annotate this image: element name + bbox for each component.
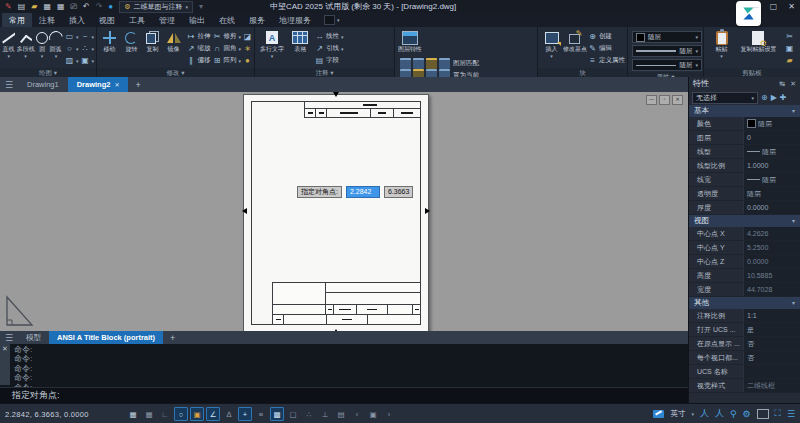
property-row[interactable]: 中心点 Y5.2500 bbox=[689, 241, 800, 255]
linetype-dropdown[interactable]: 随层▾ bbox=[632, 59, 702, 71]
toolbar-options-icon[interactable]: ▾ bbox=[199, 0, 203, 13]
ribbon-tab-services[interactable]: 服务 bbox=[242, 13, 272, 27]
close-icon[interactable]: ✕ bbox=[790, 80, 796, 88]
block-group-label[interactable]: 块 bbox=[538, 68, 627, 77]
next-icon[interactable]: › bbox=[382, 407, 396, 421]
layer-tool-icon[interactable] bbox=[400, 58, 411, 69]
property-row[interactable]: UCS 名称 bbox=[689, 365, 800, 379]
property-row[interactable]: 中心点 Z0.0000 bbox=[689, 255, 800, 269]
ribbon-tab-geo[interactable]: 地理服务 bbox=[272, 13, 318, 27]
scale-button[interactable]: 缩放 bbox=[187, 43, 211, 54]
ribbon-display-toggle[interactable]: ▾ bbox=[324, 13, 340, 27]
undo-icon[interactable]: ↶ bbox=[83, 0, 90, 13]
lineweight-dropdown[interactable]: 随层▾ bbox=[632, 45, 702, 57]
command-line-window[interactable]: ✕ 命令: 命令: 命令: 命令: 命令: 指定对角点: bbox=[0, 344, 688, 403]
draw-group-label[interactable]: 绘图 ▾ bbox=[0, 68, 96, 77]
transparency-toggle-icon[interactable]: ▩ bbox=[270, 407, 284, 421]
workspace-switch-icon[interactable]: ⚙ bbox=[743, 409, 751, 419]
customize-menu-icon[interactable]: ☰ bbox=[787, 409, 795, 419]
polyline-button[interactable]: 多段线▾ bbox=[16, 28, 36, 58]
layer-tool-icon[interactable] bbox=[439, 58, 450, 69]
explode-button[interactable] bbox=[243, 43, 252, 54]
property-row[interactable]: 中心点 X4.2626 bbox=[689, 227, 800, 241]
rectangle-button[interactable]: ▾▾ bbox=[65, 31, 94, 42]
dynamic-input-toggle-icon[interactable]: + bbox=[238, 407, 252, 421]
property-row[interactable]: 打开 UCS ...是 bbox=[689, 323, 800, 337]
ribbon-tab-home[interactable]: 常用 bbox=[2, 13, 32, 27]
lineweight-toggle-icon[interactable]: ≡ bbox=[254, 407, 268, 421]
cut-button[interactable] bbox=[785, 31, 794, 42]
hatch-button[interactable]: ▾▾ bbox=[65, 55, 94, 66]
erase-button[interactable] bbox=[243, 31, 252, 42]
arc-button[interactable]: 圆弧▾ bbox=[49, 28, 63, 58]
mtext-button[interactable]: A多行文字▾ bbox=[257, 28, 287, 58]
selection-cycling-toggle-icon[interactable]: ▢ bbox=[286, 407, 300, 421]
minimize-button[interactable]: — bbox=[751, 2, 759, 11]
define-attr-button[interactable]: 定义属性 bbox=[588, 55, 625, 66]
auto-hide-icon[interactable]: ↹ bbox=[779, 80, 785, 88]
new-file-icon[interactable]: ▤ bbox=[18, 0, 26, 13]
close-tab-icon[interactable]: ✕ bbox=[114, 81, 119, 88]
app-logo-icon[interactable]: ✎ bbox=[5, 0, 12, 13]
edit-block-button[interactable]: 编辑 bbox=[588, 43, 625, 54]
snap-grid-toggle-icon[interactable]: ▦ bbox=[126, 407, 140, 421]
layer-match-button[interactable]: 图层匹配 bbox=[453, 58, 479, 69]
close-button[interactable]: ✕ bbox=[788, 2, 795, 11]
3d-osnap-toggle-icon[interactable]: ∴ bbox=[302, 407, 316, 421]
offset-button[interactable]: 偏移 bbox=[187, 55, 211, 66]
annotation-autoscale-icon[interactable]: 人 bbox=[715, 407, 724, 420]
select-objects-icon[interactable]: ▶ bbox=[771, 93, 777, 102]
model-tab[interactable]: 模型 bbox=[18, 331, 49, 344]
move-button[interactable]: 移动 bbox=[99, 28, 120, 54]
dynamic-input-y-field[interactable]: 6.3663 bbox=[384, 186, 413, 198]
otrack-toggle-icon[interactable]: ∆ bbox=[222, 407, 236, 421]
ribbon-tab-tools[interactable]: 工具 bbox=[122, 13, 152, 27]
section-basic[interactable]: 基本▾ bbox=[689, 105, 800, 117]
layout-switch-icon[interactable]: ▣ bbox=[366, 407, 380, 421]
property-row[interactable]: 视觉样式二维线框 bbox=[689, 379, 800, 393]
modify-group-label[interactable]: 修改 ▾ bbox=[97, 68, 254, 77]
color-dropdown[interactable]: 随层▾ bbox=[632, 31, 702, 43]
clean-screen-icon[interactable] bbox=[757, 409, 769, 419]
drawing-canvas[interactable]: — ▫ ✕ bbox=[0, 92, 688, 331]
ellipse-button[interactable]: ▾▾ bbox=[65, 43, 94, 54]
chevron-down-icon[interactable]: ▾ bbox=[691, 412, 694, 416]
linear-dim-button[interactable]: 线性▾ bbox=[315, 31, 344, 42]
save-as-icon[interactable]: ▦ bbox=[57, 0, 65, 13]
annotation-scale-icon[interactable]: ⚲ bbox=[730, 409, 737, 419]
rotate-button[interactable]: 旋转 bbox=[120, 28, 141, 54]
property-row[interactable]: 线宽随层 bbox=[689, 173, 800, 187]
layer-tool-icon[interactable] bbox=[413, 58, 424, 69]
mdi-minimize-button[interactable]: — bbox=[646, 95, 657, 105]
edit-base-button[interactable]: 修改基点 bbox=[563, 28, 586, 54]
mdi-close-button[interactable]: ✕ bbox=[672, 95, 683, 105]
property-row[interactable]: 透明度随层 bbox=[689, 187, 800, 201]
circle-button[interactable]: 圆▾ bbox=[35, 28, 49, 58]
grid-toggle-icon[interactable]: ▦ bbox=[142, 407, 156, 421]
annotation-monitor-toggle-icon[interactable]: ▤ bbox=[334, 407, 348, 421]
units-label[interactable]: 英寸 bbox=[670, 409, 685, 419]
ortho-toggle-icon[interactable]: ∟ bbox=[158, 407, 172, 421]
selection-dropdown[interactable]: 无选择▾ bbox=[692, 92, 758, 104]
annotation-visibility-icon[interactable]: 人 bbox=[700, 407, 709, 420]
section-view[interactable]: 视图▾ bbox=[689, 215, 800, 227]
layout-tabs-menu-icon[interactable]: ☰ bbox=[0, 331, 18, 344]
quick-select-icon[interactable]: ✚ bbox=[780, 93, 787, 102]
paste-settings-button[interactable]: 复制粘贴设置 bbox=[736, 28, 780, 54]
property-row[interactable]: 注释比例1:1 bbox=[689, 309, 800, 323]
ribbon-tab-output[interactable]: 输出 bbox=[182, 13, 212, 27]
property-row[interactable]: 在原点显示 ...否 bbox=[689, 337, 800, 351]
property-row[interactable]: 图层0 bbox=[689, 131, 800, 145]
plot-icon[interactable]: ⎚ bbox=[71, 0, 77, 13]
close-icon[interactable]: ✕ bbox=[0, 344, 10, 354]
maximize-button[interactable]: ▢ bbox=[770, 2, 778, 11]
toggle-pickadd-icon[interactable]: ⊕ bbox=[761, 93, 768, 102]
annotate-group-label[interactable]: 注释 ▾ bbox=[255, 68, 394, 77]
match-properties-button[interactable] bbox=[243, 55, 252, 66]
osnap-toggle-icon[interactable]: ○ bbox=[174, 407, 188, 421]
dynamic-ucs-toggle-icon[interactable]: ⊥ bbox=[318, 407, 332, 421]
copy-button[interactable]: 复制 bbox=[142, 28, 163, 54]
property-row[interactable]: 宽度44.7028 bbox=[689, 283, 800, 297]
format-painter-button[interactable] bbox=[785, 55, 794, 66]
dynamic-input-x-field[interactable]: 2.2842 bbox=[346, 186, 380, 198]
